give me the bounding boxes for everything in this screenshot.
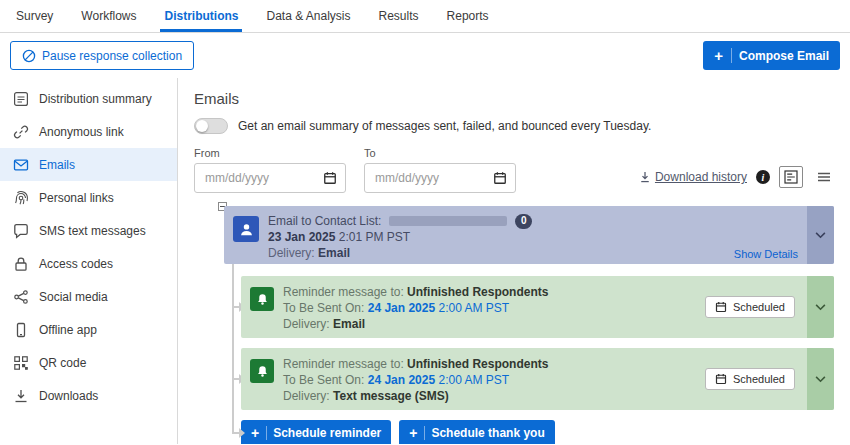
send-time: 2:00 AM PST	[438, 373, 509, 387]
pause-button-label: Pause response collection	[42, 49, 182, 63]
reminder-bell-icon	[250, 359, 274, 383]
sidebar-item-label: Offline app	[39, 323, 97, 337]
schedule-thank-you-label: Schedule thank you	[431, 426, 544, 440]
sidebar-item-label: Emails	[39, 158, 75, 172]
download-icon	[13, 388, 29, 404]
sidebar-item-downloads[interactable]: Downloads	[0, 379, 177, 412]
scheduled-status-badge: Scheduled	[705, 296, 795, 318]
tab-data-analysis[interactable]: Data & Analysis	[252, 0, 364, 32]
scheduled-label: Scheduled	[733, 373, 785, 385]
tab-distributions[interactable]: Distributions	[150, 0, 252, 32]
from-date-input[interactable]	[203, 170, 323, 186]
delivery-value: Email	[333, 317, 365, 331]
contact-list-avatar-icon	[233, 216, 259, 242]
sidebar-item-label: Downloads	[39, 389, 98, 403]
sidebar-item-label: Anonymous link	[39, 125, 124, 139]
from-date-field[interactable]	[194, 163, 346, 193]
reminder-recipient: Unfinished Respondents	[407, 285, 548, 299]
show-details-link[interactable]: Show Details	[734, 248, 798, 260]
sidebar-item-social-media[interactable]: Social media	[0, 280, 177, 313]
sidebar-item-qr-code[interactable]: QR code	[0, 346, 177, 379]
sidebar-item-access-codes[interactable]: Access codes	[0, 247, 177, 280]
sidebar-item-distribution-summary[interactable]: Distribution summary	[0, 82, 177, 115]
scheduled-label: Scheduled	[733, 301, 785, 313]
sidebar-item-label: Access codes	[39, 257, 113, 271]
download-history-link[interactable]: Download history	[640, 170, 747, 184]
expand-email-card-button[interactable]	[807, 206, 834, 264]
email-summary-toggle[interactable]	[194, 118, 228, 134]
lock-icon	[13, 256, 29, 272]
sidebar-item-personal-links[interactable]: Personal links	[0, 181, 177, 214]
email-sent-time: 2:01 PM PST	[339, 230, 410, 244]
sidebar-item-label: Social media	[39, 290, 108, 304]
to-date-field[interactable]	[364, 163, 516, 193]
toolbar: Pause response collection + Compose Emai…	[0, 33, 850, 78]
plus-icon: +	[714, 48, 732, 63]
chat-bubble-icon	[13, 223, 29, 239]
calendar-icon	[715, 373, 727, 385]
sidebar-item-label: SMS text messages	[39, 224, 146, 238]
delivery-value: Email	[318, 246, 350, 260]
share-icon	[13, 289, 29, 305]
to-date-input[interactable]	[373, 170, 493, 186]
tree-connector-line	[232, 264, 234, 434]
list-view-toggle[interactable]	[812, 166, 836, 188]
sidebar-item-offline-app[interactable]: Offline app	[0, 313, 177, 346]
send-time: 2:00 AM PST	[438, 301, 509, 315]
reminder-recipient: Unfinished Respondents	[407, 357, 548, 371]
sidebar-item-sms-text-messages[interactable]: SMS text messages	[0, 214, 177, 247]
scheduled-status-badge: Scheduled	[705, 368, 795, 390]
page-title: Emails	[194, 90, 836, 107]
delivery-label: Delivery:	[283, 389, 330, 403]
chevron-down-icon	[815, 304, 826, 311]
detail-view-toggle[interactable]	[779, 166, 803, 188]
tab-survey[interactable]: Survey	[2, 0, 67, 32]
sidebar-item-label: Distribution summary	[39, 92, 152, 106]
download-small-icon	[640, 171, 650, 183]
to-date-label: To	[364, 147, 516, 159]
info-icon[interactable]: i	[756, 170, 770, 184]
redacted-contact-list-name	[389, 216, 507, 226]
schedule-reminder-label: Schedule reminder	[273, 426, 381, 440]
pause-response-collection-button[interactable]: Pause response collection	[10, 41, 194, 70]
pause-slash-circle-icon	[22, 49, 36, 63]
reminder-card[interactable]: Reminder message to: Unfinished Responde…	[241, 276, 834, 338]
qr-icon	[13, 355, 29, 371]
from-date-label: From	[194, 147, 346, 159]
tab-results[interactable]: Results	[365, 0, 433, 32]
send-date: 24 Jan 2025	[368, 373, 435, 387]
chevron-down-icon	[815, 376, 826, 383]
tree-connector-arrow	[232, 432, 240, 434]
top-nav: Survey Workflows Distributions Data & An…	[0, 0, 850, 33]
tab-workflows[interactable]: Workflows	[67, 0, 150, 32]
expand-reminder-card-button[interactable]	[807, 348, 834, 410]
send-on-label: To Be Sent On:	[283, 373, 364, 387]
toggle-knob	[196, 120, 208, 132]
download-history-label: Download history	[655, 170, 747, 184]
expand-reminder-card-button[interactable]	[807, 276, 834, 338]
content-area: Distribution summary Anonymous link Emai…	[0, 78, 850, 444]
sidebar-item-label: QR code	[39, 356, 86, 370]
delivery-label: Delivery:	[283, 317, 330, 331]
plus-icon: +	[409, 426, 425, 440]
compose-email-button[interactable]: + Compose Email	[703, 41, 840, 70]
count-badge: 0	[515, 214, 532, 229]
tree-connector-arrow	[232, 306, 240, 308]
sidebar-item-anonymous-link[interactable]: Anonymous link	[0, 115, 177, 148]
email-distribution-card[interactable]: Email to Contact List: 0 23 Jan 2025 2:0…	[224, 206, 834, 264]
tab-reports[interactable]: Reports	[433, 0, 503, 32]
link-icon	[13, 124, 29, 140]
email-summary-toggle-label: Get an email summary of messages sent, f…	[238, 119, 651, 133]
chevron-down-icon	[815, 232, 826, 239]
reminder-card[interactable]: Reminder message to: Unfinished Responde…	[241, 348, 834, 410]
schedule-thank-you-button[interactable]: + Schedule thank you	[399, 420, 555, 444]
envelope-icon	[13, 157, 29, 173]
calendar-icon	[715, 301, 727, 313]
summary-icon	[13, 91, 29, 107]
schedule-reminder-button[interactable]: + Schedule reminder	[241, 420, 391, 444]
reminder-bell-icon	[250, 287, 274, 311]
calendar-icon[interactable]	[493, 171, 507, 185]
email-sent-date: 23 Jan 2025	[268, 230, 335, 244]
sidebar-item-emails[interactable]: Emails	[0, 148, 177, 181]
calendar-icon[interactable]	[323, 171, 337, 185]
